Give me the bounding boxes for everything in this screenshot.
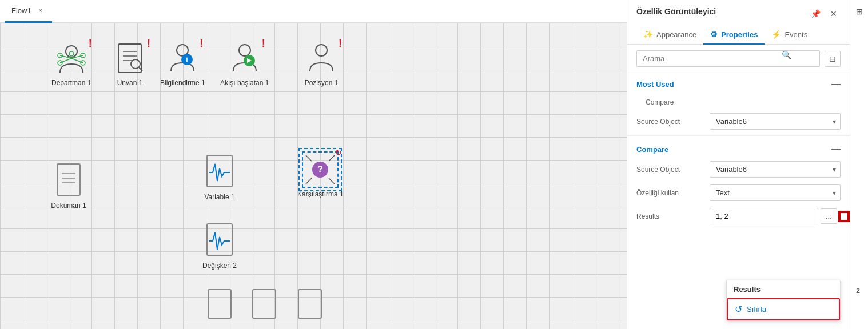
results-label: Results bbox=[636, 212, 705, 220]
svg-rect-24 bbox=[57, 164, 80, 195]
source-object-dropdown-mu[interactable]: Variable6 bbox=[710, 113, 841, 130]
results-input-wrapper: ... bbox=[710, 208, 849, 224]
most-used-section-header: Most Used — bbox=[627, 73, 850, 93]
tab-properties[interactable]: ⚙ Properties bbox=[703, 25, 765, 45]
compare-label: Compare bbox=[636, 96, 683, 106]
node-karsilastirma1-label: Karşılaştırma 1 bbox=[297, 190, 344, 198]
property-use-dropdown[interactable]: Text bbox=[710, 184, 841, 201]
node-bottom3[interactable] bbox=[292, 286, 328, 322]
svg-line-32 bbox=[329, 178, 335, 184]
tab-appearance[interactable]: ✨ Appearance bbox=[636, 25, 703, 45]
panel-header: Özellik Görüntüleyici 📌 ✕ ✨ Appearance ⚙… bbox=[627, 0, 850, 45]
node-departman1-label: Departman 1 bbox=[51, 79, 91, 87]
property-use-label: Özelliği kullan bbox=[636, 189, 705, 197]
search-input[interactable] bbox=[636, 50, 820, 67]
node-degisken2-label: Değişken 2 bbox=[202, 262, 237, 270]
warning-icon-unvan1: ! bbox=[147, 38, 150, 50]
compare-collapse-button[interactable]: — bbox=[831, 144, 841, 154]
tab-label: Flow1 bbox=[11, 6, 31, 15]
compare-label-row: Compare bbox=[627, 93, 850, 110]
svg-line-6 bbox=[60, 58, 71, 63]
node-pozisyon1[interactable]: ! Pozisyon 1 bbox=[303, 40, 340, 87]
node-variable1-label: Variable 1 bbox=[204, 193, 234, 201]
svg-text:i: i bbox=[186, 55, 188, 63]
tab-events[interactable]: ⚡ Events bbox=[765, 25, 814, 45]
properties-content: Most Used — Compare Source Object Variab… bbox=[627, 73, 850, 329]
tab-close-button[interactable]: × bbox=[36, 6, 45, 15]
properties-panel: Özellik Görüntüleyici 📌 ✕ ✨ Appearance ⚙… bbox=[627, 0, 850, 329]
tab-bar: Flow1 × bbox=[0, 0, 627, 23]
events-icon: ⚡ bbox=[771, 30, 781, 39]
svg-line-8 bbox=[71, 58, 83, 63]
search-container: 🔍 ⊟ bbox=[627, 45, 850, 73]
compare-section-header: Compare — bbox=[627, 138, 850, 158]
results-row: Results ... 1 bbox=[627, 204, 850, 228]
search-icon: 🔍 bbox=[782, 50, 791, 59]
warning-icon-pozisyon1: ! bbox=[339, 38, 342, 50]
reset-icon: ↺ bbox=[735, 304, 742, 315]
node-dokuman1-label: Doküman 1 bbox=[51, 202, 86, 210]
flow-canvas[interactable]: Flow1 × ! bbox=[0, 0, 627, 329]
source-object-value-mu: Variable6 ▾ bbox=[710, 113, 841, 130]
warning-icon-akisi1: ! bbox=[262, 38, 265, 50]
node-unvan1-label: Unvan 1 bbox=[117, 79, 143, 87]
node-bilgilendirme1[interactable]: ! i Bilgilendirme 1 bbox=[160, 40, 205, 87]
panel-title: Özellik Görüntüleyici bbox=[636, 7, 716, 16]
tab-events-label: Events bbox=[785, 30, 807, 39]
svg-point-23 bbox=[316, 45, 327, 56]
compare-title: Compare bbox=[636, 145, 668, 154]
node-pozisyon1-label: Pozisyon 1 bbox=[305, 79, 339, 87]
svg-rect-37 bbox=[253, 290, 276, 318]
svg-point-10 bbox=[69, 51, 74, 56]
results-more-button[interactable]: ... bbox=[821, 208, 837, 224]
node-bottom2[interactable] bbox=[246, 286, 282, 322]
divider1 bbox=[627, 135, 850, 136]
node-degisken2[interactable]: Değişken 2 bbox=[201, 223, 238, 270]
node-akisi1[interactable]: ! Akışı başlatan 1 bbox=[220, 40, 269, 87]
tab-appearance-label: Appearance bbox=[656, 30, 696, 39]
svg-point-15 bbox=[131, 59, 140, 69]
svg-line-29 bbox=[306, 155, 312, 161]
right-edge-panel: ⊞ bbox=[850, 0, 868, 329]
source-object-dropdown-c[interactable]: Variable6 bbox=[710, 161, 841, 178]
node-bilgilendirme1-label: Bilgilendirme 1 bbox=[160, 79, 205, 87]
node-unvan1[interactable]: ! Unvan 1 bbox=[112, 40, 148, 87]
node-departman1[interactable]: ! Departman 1 bbox=[51, 40, 91, 87]
warning-icon-departman1: ! bbox=[89, 38, 92, 50]
panel-view-button[interactable]: ⊟ bbox=[825, 51, 841, 67]
flow1-tab[interactable]: Flow1 × bbox=[5, 0, 52, 23]
most-used-collapse-button[interactable]: — bbox=[831, 79, 841, 89]
results-popup: Results ↺ Sıfırla bbox=[726, 280, 841, 321]
property-use-row: Özelliği kullan Text ▾ bbox=[627, 181, 850, 204]
property-use-value: Text ▾ bbox=[710, 184, 841, 201]
node-karsilastirma1[interactable]: ↻ ? Karşılaştırma 1 bbox=[297, 151, 344, 198]
node-bottom1[interactable] bbox=[201, 286, 238, 322]
panel-tabs: ✨ Appearance ⚙ Properties ⚡ Events bbox=[636, 25, 841, 44]
source-object-label-mu: Source Object bbox=[636, 118, 705, 126]
warning-icon-bilgilendirme1: ! bbox=[200, 38, 203, 50]
results-checkbox[interactable] bbox=[839, 212, 849, 221]
edge-button-1[interactable]: ⊞ bbox=[853, 5, 866, 18]
reset-label: Sıfırla bbox=[747, 305, 766, 314]
svg-line-30 bbox=[329, 155, 335, 161]
panel-close-button[interactable]: ✕ bbox=[827, 7, 841, 21]
results-input[interactable] bbox=[710, 208, 818, 224]
canvas-content: ! Departman 1 bbox=[0, 23, 627, 329]
svg-line-31 bbox=[306, 178, 312, 184]
properties-icon: ⚙ bbox=[710, 30, 718, 39]
most-used-title: Most Used bbox=[636, 80, 674, 89]
svg-point-20 bbox=[239, 45, 250, 56]
node-dokuman1[interactable]: Doküman 1 bbox=[50, 163, 87, 210]
results-reset-button[interactable]: ↺ Sıfırla bbox=[727, 298, 840, 320]
source-object-row-most-used: Source Object Variable6 ▾ bbox=[627, 110, 850, 133]
svg-rect-36 bbox=[208, 290, 231, 318]
source-object-value-c: Variable6 ▾ bbox=[710, 161, 841, 178]
badge-2: 2 bbox=[856, 287, 860, 295]
source-object-label-c: Source Object bbox=[636, 166, 705, 174]
node-variable1[interactable]: Variable 1 bbox=[201, 154, 238, 201]
node-akisi1-label: Akışı başlatan 1 bbox=[220, 79, 269, 87]
svg-rect-38 bbox=[298, 290, 321, 318]
tab-properties-label: Properties bbox=[721, 30, 758, 39]
pin-button[interactable]: 📌 bbox=[809, 7, 822, 21]
appearance-icon: ✨ bbox=[643, 30, 653, 39]
